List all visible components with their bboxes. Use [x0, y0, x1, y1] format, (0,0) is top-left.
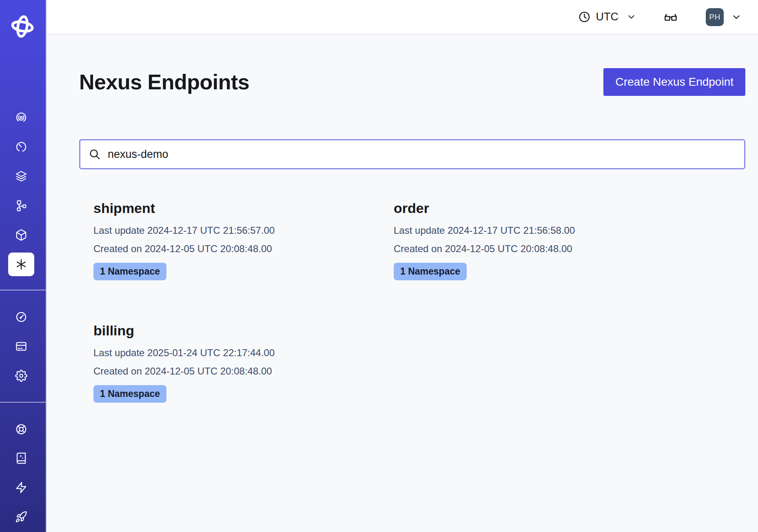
- gear-icon: [15, 370, 27, 382]
- top-bar: UTC PH: [47, 0, 758, 35]
- chevron-down-icon: [731, 12, 742, 22]
- sidebar-item-branch-nodes[interactable]: [8, 194, 34, 217]
- branch-nodes-icon: [15, 200, 27, 212]
- search-icon: [89, 148, 101, 160]
- endpoint-created-on: Created on 2024-12-05 UTC 20:08:48.00: [93, 239, 394, 258]
- timezone-selector[interactable]: UTC: [576, 10, 639, 24]
- timer-icon: [15, 141, 27, 153]
- namespace-badge: 1 Namespace: [93, 385, 166, 403]
- temporal-logo-icon[interactable]: [10, 14, 35, 40]
- endpoint-last-update: Last update 2025-01-24 UTC 22:17:44.00: [93, 344, 394, 362]
- nexus-asterisk-icon: [15, 258, 27, 270]
- avatar: PH: [706, 8, 724, 26]
- billing-card-icon: [15, 340, 27, 352]
- endpoint-card-billing[interactable]: billing Last update 2025-01-24 UTC 22:17…: [93, 323, 394, 403]
- sidebar-item-getting-started[interactable]: [8, 505, 34, 529]
- endpoint-created-on: Created on 2024-12-05 UTC 20:08:48.00: [394, 239, 694, 258]
- cube-icon: [15, 229, 27, 241]
- namespace-badge: 1 Namespace: [394, 263, 467, 280]
- sidebar-item-usage[interactable]: [8, 305, 34, 329]
- endpoint-card-order[interactable]: order Last update 2024-12-17 UTC 21:56:5…: [394, 200, 694, 280]
- sidebar-item-layers[interactable]: [8, 164, 34, 188]
- gauge-icon: [15, 311, 27, 323]
- lightning-icon: [15, 481, 27, 494]
- endpoint-list: shipment Last update 2024-12-17 UTC 21:5…: [93, 200, 745, 403]
- reader-mode-button[interactable]: [663, 10, 678, 24]
- rocket-icon: [15, 511, 27, 523]
- endpoint-card-shipment[interactable]: shipment Last update 2024-12-17 UTC 21:5…: [93, 200, 394, 280]
- sidebar: [0, 0, 47, 532]
- sidebar-item-support[interactable]: [8, 417, 34, 441]
- endpoint-last-update: Last update 2024-12-17 UTC 21:56:58.00: [394, 221, 694, 239]
- sidebar-divider: [0, 402, 46, 403]
- sidebar-item-nexus[interactable]: [8, 253, 34, 276]
- sidebar-divider: [0, 290, 46, 290]
- spiral-icon: [15, 111, 27, 124]
- endpoint-name[interactable]: order: [394, 200, 694, 216]
- endpoint-created-on: Created on 2024-12-05 UTC 20:08:48.00: [93, 362, 394, 380]
- endpoint-name[interactable]: shipment: [93, 200, 394, 216]
- endpoint-name[interactable]: billing: [93, 323, 394, 339]
- sidebar-item-settings[interactable]: [8, 364, 34, 388]
- glasses-icon: [663, 10, 678, 24]
- sidebar-item-spiral[interactable]: [8, 106, 34, 129]
- user-menu[interactable]: PH: [706, 8, 742, 26]
- search-box: [79, 139, 745, 169]
- sidebar-item-docs[interactable]: [8, 446, 34, 470]
- timezone-label: UTC: [596, 11, 619, 23]
- main-content: Nexus Endpoints Create Nexus Endpoint sh…: [47, 35, 758, 532]
- life-buoy-icon: [15, 423, 27, 435]
- endpoint-last-update: Last update 2024-12-17 UTC 21:56:57.00: [93, 221, 394, 239]
- clock-icon: [578, 11, 591, 23]
- sidebar-item-timer[interactable]: [8, 135, 34, 159]
- sidebar-item-cube[interactable]: [8, 223, 34, 247]
- chevron-down-icon: [626, 12, 636, 22]
- namespace-badge: 1 Namespace: [93, 263, 166, 280]
- sidebar-item-billing[interactable]: [8, 335, 34, 358]
- create-nexus-endpoint-button[interactable]: Create Nexus Endpoint: [603, 68, 745, 96]
- sidebar-item-feedback[interactable]: [8, 476, 34, 499]
- book-sparkles-icon: [15, 452, 27, 464]
- page-title: Nexus Endpoints: [79, 70, 249, 94]
- search-input[interactable]: [107, 148, 736, 161]
- layers-icon: [15, 170, 27, 182]
